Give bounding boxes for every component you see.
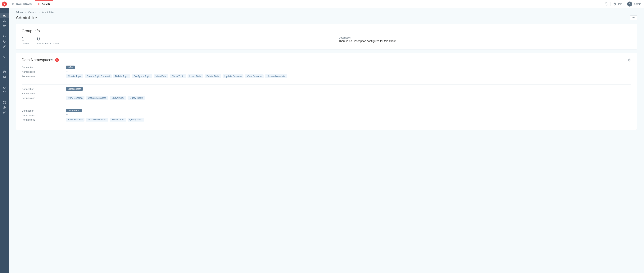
topnav-item-admin[interactable]: ADMIN [35,0,53,8]
check-icon [3,65,6,69]
namespace-block: Connection kafka Namespace * Permissions… [22,66,631,82]
permission-chip: View Data [154,74,168,78]
sidebar-item-keys[interactable] [0,110,9,115]
permission-chip: Delete Data [204,74,221,78]
permission-chip: View Schema [245,74,264,78]
page-title: AdminLike [16,15,37,21]
sidebar-item-alert-settings[interactable] [0,34,9,39]
main-content: AdminGroupsAdminLike AdminLike ••• Group… [9,8,644,273]
group-info-card: Group Info 1 USERS0 SERVICE ACCOUNTS Des… [16,24,637,50]
namespace-count-badge: 1 [55,58,59,62]
chevron-right-icon [25,11,26,14]
sidebar-item-security[interactable] [0,85,9,90]
sidebar-item-alerts[interactable] [0,39,9,44]
sidebar-item-plugin[interactable] [0,54,9,59]
help-link[interactable]: Help [613,3,622,6]
permissions-row: View SchemaUpdate MetadataShow IndexQuer… [66,96,631,100]
connection-tag: PostgreSQL [66,109,82,112]
users-icon [3,14,6,18]
gear-icon [38,3,40,5]
breadcrumb-adminlike: AdminLike [42,11,54,14]
breadcrumb-groups[interactable]: Groups [28,11,36,14]
bell-gear-icon [3,35,6,38]
permissions-row: Create TopicCreate Topic RequestDelete T… [66,74,631,78]
stat-value: 1 [22,36,29,41]
namespace-list: Connection kafka Namespace * Permissions… [22,66,631,125]
sidebar-item-flow[interactable] [0,74,9,79]
namespace-value: * [66,114,68,117]
permission-chip: Show Topic [170,74,186,78]
sidebar-item-schedule[interactable] [0,105,9,110]
description-text: There is no Description configured for t… [339,40,631,43]
namespace-label: Namespace [22,92,66,95]
group-info-title: Group Info [22,29,631,33]
app-logo[interactable] [2,2,7,7]
lock-icon [3,86,6,89]
sidebar-item-user[interactable] [0,19,9,23]
key-icon [3,111,6,114]
stat-service-accounts: 0 SERVICE ACCOUNTS [33,36,63,45]
notifications-button[interactable] [604,2,608,6]
connection-label: Connection [22,109,66,112]
permissions-label: Permissions [22,118,66,121]
stat-label: SERVICE ACCOUNTS [37,42,60,45]
link-icon [3,45,6,48]
divider [22,84,631,85]
connection-tag: kafka [66,66,75,69]
permissions-label: Permissions [22,97,66,100]
svg-point-12 [4,4,5,4]
data-namespaces-title: Data Namespaces [22,58,53,62]
permission-chip: Query Index [128,96,144,100]
bar-chart-icon [12,3,15,5]
stat-label: USERS [22,42,29,45]
permission-chip: Delete Topic [113,74,130,78]
permission-chip: Create Topic [66,74,83,78]
sidebar-item-check[interactable] [0,64,9,69]
breadcrumb-admin[interactable]: Admin [16,11,23,14]
permission-chip: View Schema [66,118,84,122]
permission-chip: Configure Topic [132,74,152,78]
namespace-label: Namespace [22,114,66,117]
clock-icon [3,106,6,109]
sidebar-item-user-plus[interactable] [0,23,9,28]
sidebar-item-links[interactable] [0,44,9,49]
user-plus-icon [3,24,6,28]
avatar: A [627,2,632,7]
permission-chip: Show Index [110,96,126,100]
topnav-item-dashboard[interactable]: DASHBOARD [10,0,35,8]
divider [610,2,610,6]
namespace-block: Connection Elasticsearch Namespace * Per… [22,87,631,103]
namespace-value: * [66,70,68,73]
plug-icon [3,55,6,58]
data-namespaces-card: Data Namespaces 1 Connection kafka Names… [16,53,637,130]
permission-chip: Create Topic Request [85,74,112,78]
connection-label: Connection [22,88,66,91]
permission-chip: Insert Data [188,74,203,78]
topbar: DASHBOARDADMIN Help A Admin [0,0,644,8]
permission-chip: Update Metadata [86,118,108,122]
help-icon[interactable] [628,59,631,62]
sidebar-item-settings[interactable] [0,100,9,105]
description-label: Description [339,36,631,39]
topnav-label: ADMIN [42,3,50,5]
permissions-row: View SchemaUpdate MetadataShow TableQuer… [66,118,631,122]
stat-users: 1 USERS [22,36,33,45]
permissions-label: Permissions [22,75,66,78]
namespace-label: Namespace [22,70,66,73]
stat-value: 0 [37,36,60,41]
help-label: Help [617,3,622,6]
user-menu[interactable]: A Admin [627,2,641,7]
gear-icon [3,101,6,104]
sidebar-item-groups[interactable] [0,14,9,19]
more-actions-button[interactable]: ••• [630,15,637,20]
gauge-icon [3,91,6,94]
sidebar [0,8,9,273]
top-nav: DASHBOARDADMIN [10,0,53,8]
chevron-right-icon [38,11,40,14]
connection-tag: Elasticsearch [66,87,83,91]
sidebar-item-history[interactable] [0,69,9,74]
sidebar-item-dashboard[interactable] [0,90,9,95]
flow-icon [3,75,6,78]
history-icon [3,70,6,73]
help-icon [613,3,616,6]
